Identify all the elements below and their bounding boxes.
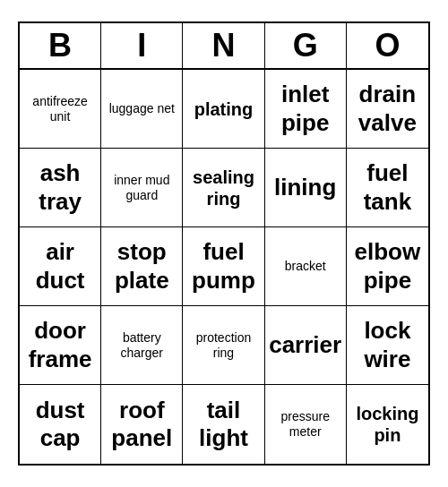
cell-text: carrier [269, 331, 341, 359]
bingo-cell-24: locking pin [347, 385, 428, 464]
cell-text: stop plate [105, 238, 178, 294]
bingo-cell-18: carrier [265, 306, 347, 385]
header-letter: O [347, 23, 428, 68]
cell-text: locking pin [350, 403, 425, 446]
header-letter: B [20, 23, 101, 68]
bingo-cell-2: plating [183, 70, 264, 149]
bingo-cell-12: fuel pump [183, 227, 264, 306]
cell-text: pressure meter [269, 409, 342, 440]
cell-text: inlet pipe [269, 81, 342, 136]
bingo-cell-3: inlet pipe [265, 70, 347, 149]
cell-text: fuel tank [350, 159, 425, 215]
bingo-cell-19: lock wire [347, 306, 428, 385]
cell-text: plating [194, 98, 254, 120]
bingo-cell-23: pressure meter [265, 385, 347, 464]
cell-text: air duct [23, 238, 97, 294]
bingo-cell-1: luggage net [101, 70, 183, 149]
bingo-cell-15: door frame [20, 306, 101, 385]
bingo-cell-13: bracket [265, 227, 347, 306]
cell-text: lock wire [350, 317, 425, 372]
cell-text: bracket [285, 259, 326, 274]
bingo-cell-14: elbow pipe [347, 227, 428, 306]
cell-text: door frame [23, 317, 97, 372]
bingo-cell-21: roof panel [101, 385, 183, 464]
bingo-cell-10: air duct [20, 227, 101, 306]
bingo-cell-7: sealing ring [183, 149, 264, 227]
bingo-cell-16: battery charger [101, 306, 183, 385]
header-letter: I [101, 23, 183, 68]
bingo-header: BINGO [20, 23, 428, 70]
cell-text: tail light [186, 397, 260, 452]
bingo-cell-4: drain valve [347, 70, 428, 149]
header-letter: G [265, 23, 347, 68]
bingo-grid: antifreeze unitluggage netplatinginlet p… [20, 70, 428, 464]
bingo-cell-5: ash tray [20, 149, 101, 227]
bingo-cell-20: dust cap [20, 385, 101, 464]
bingo-cell-9: fuel tank [347, 149, 428, 227]
cell-text: elbow pipe [350, 238, 425, 294]
bingo-card: BINGO antifreeze unitluggage netplatingi… [18, 21, 430, 466]
bingo-cell-11: stop plate [101, 227, 183, 306]
cell-text: fuel pump [186, 238, 260, 294]
header-letter: N [183, 23, 264, 68]
bingo-cell-22: tail light [183, 385, 264, 464]
bingo-cell-17: protection ring [183, 306, 264, 385]
cell-text: ash tray [23, 159, 97, 215]
cell-text: sealing ring [186, 167, 260, 209]
cell-text: protection ring [186, 330, 260, 361]
cell-text: luggage net [109, 101, 175, 116]
bingo-cell-6: inner mud guard [101, 149, 183, 227]
bingo-cell-8: lining [265, 149, 347, 227]
cell-text: lining [274, 174, 336, 201]
bingo-cell-0: antifreeze unit [20, 70, 101, 149]
cell-text: antifreeze unit [23, 94, 97, 124]
cell-text: battery charger [105, 330, 178, 361]
cell-text: inner mud guard [105, 173, 178, 203]
cell-text: drain valve [350, 81, 425, 136]
cell-text: roof panel [105, 397, 178, 452]
cell-text: dust cap [23, 397, 97, 452]
